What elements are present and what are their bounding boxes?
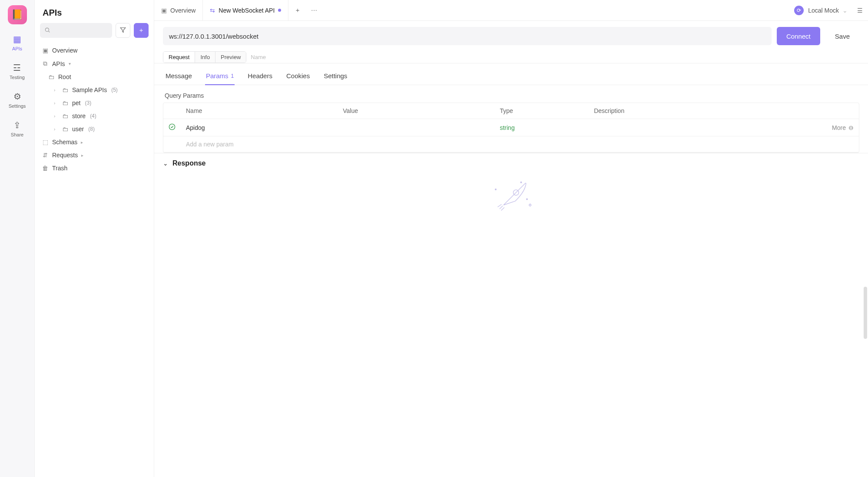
tree-overview[interactable]: ▣ Overview [38,44,150,57]
content-tabs: Message Params 1 Headers Cookies Setting… [154,63,868,85]
tree-apis[interactable]: ⧉ APIs ▾ [38,57,150,70]
chevron-down-icon: ▾ [69,61,73,66]
folder-icon: 🗀 [62,99,69,106]
tree-requests[interactable]: ⇵ Requests ▸ [38,149,150,162]
folder-icon: 🗀 [48,73,55,80]
connect-button[interactable]: Connect [777,27,820,45]
menu-button[interactable]: ☰ [857,7,863,14]
param-value[interactable] [338,123,494,132]
check-icon[interactable] [163,119,181,136]
ctab-params[interactable]: Params 1 [205,69,235,85]
tree-label: store [72,113,86,119]
param-name[interactable]: Apidog [181,120,338,136]
pill-preview[interactable]: Preview [215,52,246,63]
params-header-row: Name Value Type Description [163,103,859,119]
tree-label: Root [58,73,71,80]
svg-line-1 [49,31,50,32]
sidebar-toolbar: ＋ [35,23,154,42]
params-table: Name Value Type Description Apidog strin… [163,103,859,153]
tabbar: ▣ Overview ⇆ New WebSocket API ＋ ⋯ ⟳ Loc… [154,0,868,21]
tab-overview[interactable]: ▣ Overview [154,0,203,20]
tree-schemas[interactable]: ⬚ Schemas ▸ [38,136,150,149]
grid-icon: ▦ [13,34,21,44]
minus-circle-icon[interactable]: ⊖ [848,124,854,131]
save-button[interactable]: Save [825,27,859,45]
tree-folder-store[interactable]: › 🗀 store (4) [38,109,150,123]
ctab-settings[interactable]: Settings [323,69,348,85]
scrollbar[interactable] [864,287,867,339]
tree-trash[interactable]: 🗑 Trash [38,162,150,175]
pill-info[interactable]: Info [195,52,215,63]
subtab-row: Request Info Preview Name [154,51,868,63]
rail-item-apis[interactable]: ▦ APIs [12,32,22,53]
api-icon: ⧉ [42,60,49,67]
query-params-title: Query Params [154,85,868,103]
svg-marker-2 [120,27,126,32]
new-tab-button[interactable]: ＋ [288,0,307,20]
plus-icon: ＋ [295,7,301,14]
more-label: More [832,124,846,131]
tree-folder-sample[interactable]: › 🗀 Sample APIs (5) [38,83,150,96]
rail-item-settings[interactable]: ⚙ Settings [9,89,26,110]
tree-label: user [72,126,84,132]
tab-websocket[interactable]: ⇆ New WebSocket API [203,0,288,20]
ctab-message[interactable]: Message [165,69,193,85]
rail-item-testing[interactable]: ☲ Testing [10,61,25,82]
tree-folder-pet[interactable]: › 🗀 pet (3) [38,96,150,109]
url-input[interactable] [163,27,772,45]
filter-button[interactable] [116,23,130,38]
tree-root[interactable]: 🗀 Root [38,70,150,83]
filter-icon [120,27,126,34]
param-description[interactable] [589,123,824,132]
tree-count: (4) [90,113,96,119]
chevron-right-icon: › [54,88,58,93]
ctab-cookies[interactable]: Cookies [285,69,311,85]
response-label: Response [172,159,205,167]
chevron-right-icon: › [54,101,58,106]
environment-selector[interactable]: Local Mock ⌄ [804,5,852,16]
gear-icon: ⚙ [13,91,21,102]
param-type[interactable]: string [494,120,589,136]
param-more[interactable]: More ⊖ [824,120,859,136]
add-button[interactable]: ＋ [134,23,149,38]
tree-folder-user[interactable]: › 🗀 user (8) [38,123,150,136]
chevron-down-icon: ⌄ [163,160,168,167]
tab-more-button[interactable]: ⋯ [307,7,321,14]
stack-icon: ☲ [13,63,21,73]
svg-point-7 [520,182,522,183]
rail-label: Settings [9,103,26,109]
rail-label: APIs [12,46,22,51]
sidebar-title: APIs [35,0,154,23]
folder-icon: 🗀 [62,126,69,132]
book-icon: 📙 [11,9,23,20]
ctab-headers[interactable]: Headers [247,69,273,85]
search-input[interactable] [40,23,112,38]
env-label: Local Mock [808,7,839,14]
rail-label: Share [11,132,23,137]
refresh-icon: ⟳ [797,7,801,13]
tab-label: Overview [170,7,195,14]
tree-label: Trash [52,165,67,172]
tree-label: Sample APIs [72,86,107,93]
svg-point-0 [45,28,49,31]
param-row[interactable]: Apidog string More ⊖ [163,119,859,136]
env-refresh-button[interactable]: ⟳ [794,6,804,15]
col-value: Value [338,103,494,119]
svg-point-5 [495,189,496,190]
left-rail: 📙 ▦ APIs ☲ Testing ⚙ Settings ⇪ Share [0,0,35,477]
search-icon [44,27,50,34]
response-toggle[interactable]: ⌄ Response [154,153,868,173]
trash-icon: 🗑 [42,165,49,172]
ctab-label: Params [206,72,229,80]
add-param-row[interactable]: Add a new param [163,136,859,152]
rail-item-share[interactable]: ⇪ Share [11,118,23,139]
share-icon: ⇪ [13,120,21,130]
col-name: Name [181,103,338,119]
chevron-right-icon: › [54,127,58,132]
websocket-icon: ⇆ [210,7,215,14]
pill-request[interactable]: Request [163,52,195,63]
cube-icon: ⬚ [42,139,49,146]
tree-count: (5) [111,87,118,93]
view-mode-group: Request Info Preview [163,51,246,63]
folder-icon: 🗀 [62,86,69,93]
